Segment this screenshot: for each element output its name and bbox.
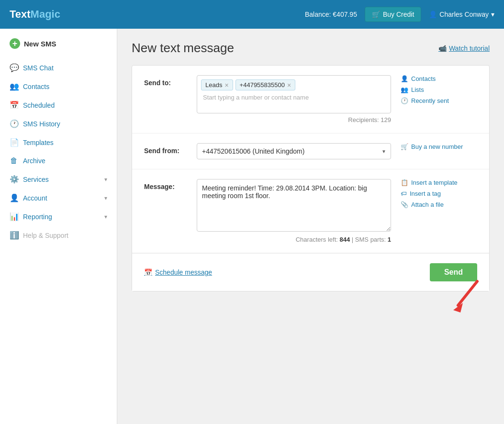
- send-wrapper: Send: [430, 263, 477, 281]
- contacts-side-icon: 👤: [401, 75, 408, 82]
- send-from-label: Send from:: [144, 143, 197, 155]
- message-textarea[interactable]: Meeting reminder! Time: 29.08.2014 3PM. …: [197, 179, 391, 232]
- message-label: Message:: [144, 179, 197, 190]
- send-to-side: 👤 Contacts 👥 Lists 🕐 Recently sent: [391, 75, 477, 104]
- form-actions: 📅 Schedule message Send: [132, 253, 489, 291]
- account-arrow-icon: ▾: [104, 195, 107, 201]
- sms-chat-icon: 💬: [10, 63, 18, 72]
- contacts-side-link[interactable]: 👤 Contacts: [401, 75, 477, 82]
- insert-tag-link[interactable]: 🏷 Insert a tag: [401, 190, 477, 197]
- lists-side-icon: 👥: [401, 86, 408, 93]
- sidebar-item-services[interactable]: ⚙️ Services ▾: [0, 170, 117, 189]
- message-content: Meeting reminder! Time: 29.08.2014 3PM. …: [197, 179, 391, 243]
- watch-tutorial-link[interactable]: 📹 Watch tutorial: [438, 45, 490, 52]
- sidebar-item-sms-chat[interactable]: 💬 SMS Chat: [0, 58, 117, 77]
- leads-tag[interactable]: Leads ×: [201, 79, 233, 90]
- sidebar-item-archive[interactable]: 🗑 Archive: [0, 152, 117, 170]
- services-icon: ⚙️: [10, 175, 18, 184]
- send-from-select-wrapper: +447520615006 (United Kingdom): [197, 143, 391, 159]
- message-footer: Characters left: 844 | SMS parts: 1: [197, 236, 391, 243]
- send-to-placeholder: Start typing a number or contact name: [201, 93, 311, 102]
- sidebar-item-sms-history[interactable]: 🕐 SMS History: [0, 114, 117, 133]
- lists-side-link[interactable]: 👥 Lists: [401, 86, 477, 93]
- message-section: Message: Meeting reminder! Time: 29.08.2…: [132, 169, 489, 253]
- sidebar-item-scheduled[interactable]: 📅 Scheduled: [0, 96, 117, 114]
- leads-tag-remove[interactable]: ×: [224, 82, 228, 89]
- phone-tag[interactable]: +447955835500 ×: [235, 79, 296, 90]
- cursor-arrow: [448, 277, 487, 315]
- phone-tag-remove[interactable]: ×: [287, 82, 291, 89]
- page-title: New text message: [132, 41, 234, 56]
- page-header: New text message 📹 Watch tutorial: [132, 41, 490, 56]
- recipients-count: Recipients: 129: [197, 116, 391, 123]
- recently-sent-side-icon: 🕐: [401, 97, 408, 104]
- header: TextMagic Balance: €407.95 🛒 Buy Credit …: [0, 0, 504, 29]
- svg-marker-1: [453, 303, 463, 312]
- svg-line-0: [458, 281, 477, 305]
- send-to-box[interactable]: Leads × +447955835500 × Start typing a n…: [197, 75, 391, 113]
- cart-small-icon: 🛒: [401, 143, 408, 150]
- templates-icon: 📄: [10, 138, 18, 147]
- user-menu[interactable]: 👤 Charles Conway ▾: [429, 11, 494, 18]
- logo: TextMagic: [10, 8, 60, 21]
- insert-template-link[interactable]: 📋 Insert a template: [401, 179, 477, 186]
- calendar-icon: 📅: [144, 268, 152, 276]
- sidebar-item-help[interactable]: ℹ️ Help & Support: [0, 226, 117, 245]
- template-icon: 📋: [401, 179, 408, 186]
- layout: + New SMS 💬 SMS Chat 👥 Contacts 📅 Schedu…: [0, 29, 504, 424]
- tag-icon: 🏷: [401, 190, 407, 197]
- message-side-links: 📋 Insert a template 🏷 Insert a tag 📎 Att…: [401, 179, 477, 208]
- help-icon: ℹ️: [10, 231, 18, 240]
- attach-file-link[interactable]: 📎 Attach a file: [401, 201, 477, 208]
- header-right: Balance: €407.95 🛒 Buy Credit 👤 Charles …: [305, 7, 494, 22]
- reporting-icon: 📊: [10, 212, 18, 221]
- services-arrow-icon: ▾: [104, 176, 107, 183]
- new-sms-button[interactable]: + New SMS: [0, 33, 117, 54]
- sms-history-icon: 🕐: [10, 119, 18, 128]
- buy-credit-button[interactable]: 🛒 Buy Credit: [365, 7, 421, 22]
- sidebar-item-templates[interactable]: 📄 Templates: [0, 133, 117, 152]
- video-icon: 📹: [438, 45, 447, 52]
- chevron-down-icon: ▾: [491, 11, 494, 18]
- tags-row: Leads × +447955835500 × Start typing a n…: [201, 79, 387, 102]
- scheduled-icon: 📅: [10, 100, 18, 110]
- archive-icon: 🗑: [10, 156, 18, 165]
- send-to-content: Leads × +447955835500 × Start typing a n…: [197, 75, 391, 123]
- side-links: 👤 Contacts 👥 Lists 🕐 Recently sent: [401, 75, 477, 104]
- new-sms-form: Send to: Leads × +447955835500 ×: [132, 65, 490, 291]
- buy-number-link[interactable]: 🛒 Buy a new number: [401, 143, 477, 150]
- schedule-message-link[interactable]: 📅 Schedule message: [144, 268, 212, 276]
- sidebar-item-account[interactable]: 👤 Account ▾: [0, 189, 117, 207]
- user-icon: 👤: [429, 11, 437, 18]
- recently-sent-side-link[interactable]: 🕐 Recently sent: [401, 97, 477, 104]
- sidebar-item-reporting[interactable]: 📊 Reporting ▾: [0, 207, 117, 226]
- send-from-section: Send from: +447520615006 (United Kingdom…: [132, 134, 489, 169]
- sidebar: + New SMS 💬 SMS Chat 👥 Contacts 📅 Schedu…: [0, 29, 117, 424]
- main-content: New text message 📹 Watch tutorial Send t…: [117, 29, 504, 424]
- message-side: 📋 Insert a template 🏷 Insert a tag 📎 Att…: [391, 179, 477, 208]
- account-icon: 👤: [10, 193, 18, 202]
- plus-icon: +: [10, 38, 20, 49]
- reporting-arrow-icon: ▾: [104, 213, 107, 220]
- contacts-icon: 👥: [10, 82, 18, 91]
- cart-icon: 🛒: [372, 11, 380, 18]
- send-button[interactable]: Send: [430, 263, 477, 281]
- send-from-select[interactable]: +447520615006 (United Kingdom): [197, 143, 391, 159]
- attach-icon: 📎: [401, 201, 408, 208]
- balance-display: Balance: €407.95: [305, 11, 357, 18]
- sidebar-item-contacts[interactable]: 👥 Contacts: [0, 77, 117, 96]
- send-to-section: Send to: Leads × +447955835500 ×: [132, 66, 489, 134]
- send-to-label: Send to:: [144, 75, 197, 87]
- send-from-side: 🛒 Buy a new number: [391, 143, 477, 150]
- send-from-content: +447520615006 (United Kingdom): [197, 143, 391, 159]
